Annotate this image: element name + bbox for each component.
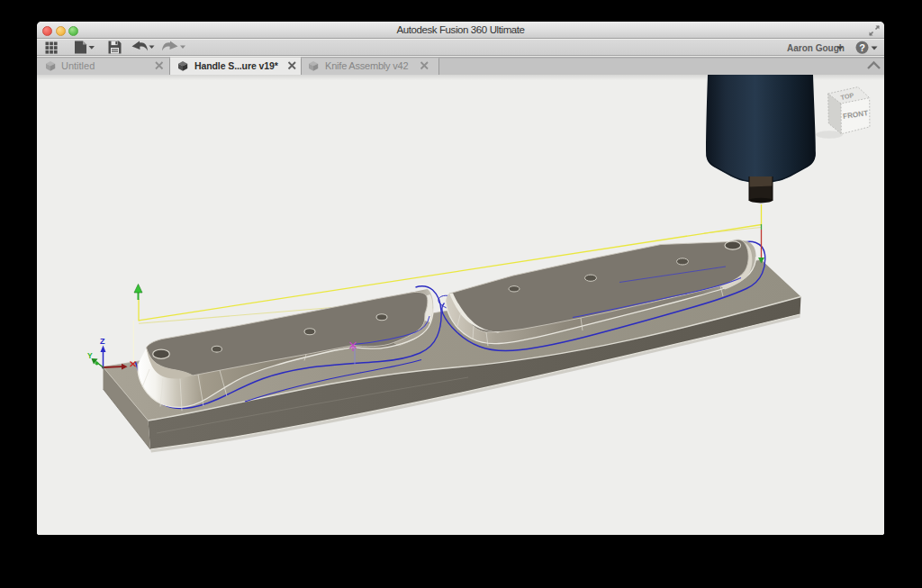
- svg-text:Untitled: Untitled: [61, 60, 95, 71]
- svg-text:Knife Assembly v42: Knife Assembly v42: [325, 60, 408, 71]
- svg-text:Z: Z: [100, 337, 105, 346]
- svg-text:Handle S...ure v19*: Handle S...ure v19*: [194, 60, 279, 71]
- svg-text:Y: Y: [87, 351, 93, 360]
- svg-text:Aaron Gough: Aaron Gough: [787, 43, 845, 53]
- svg-text:?: ?: [859, 42, 865, 53]
